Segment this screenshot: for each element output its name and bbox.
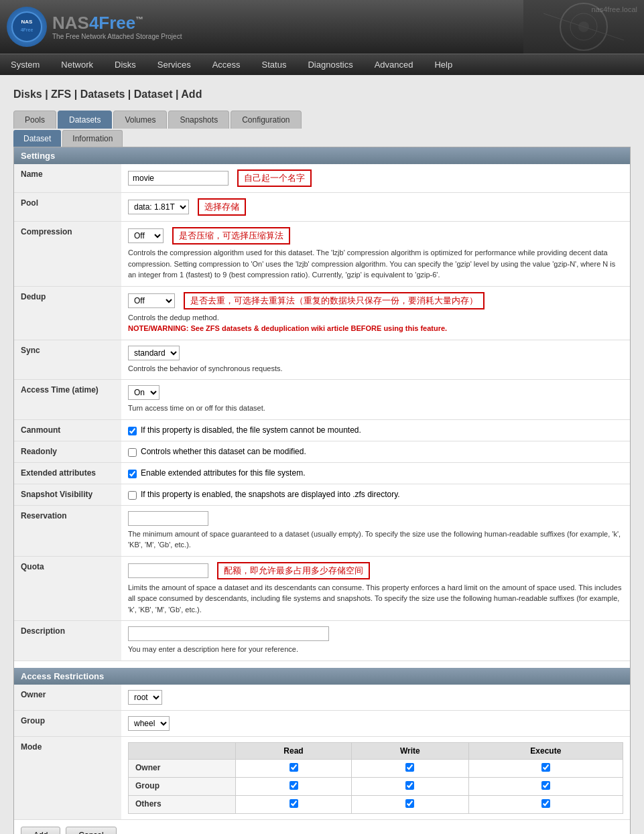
canmount-label: Canmount (14, 419, 121, 441)
row-compression: Compression Off On lzjb gzip 是否压缩，可选择压缩算… (14, 222, 630, 287)
atime-label: Access Time (atime) (14, 380, 121, 420)
reservation-input[interactable] (128, 511, 208, 526)
description-input[interactable] (128, 626, 329, 641)
mode-owner-write (352, 759, 469, 777)
mode-others-label: Others (129, 795, 236, 813)
quota-help: Limits the amount of space a dataset and… (128, 582, 623, 616)
dedup-select[interactable]: Off On verify sha256 (128, 293, 175, 308)
tab-volumes[interactable]: Volumes (113, 111, 167, 129)
tabs-row-1: Pools Datasets Volumes Snapshots Configu… (13, 111, 631, 129)
nav-disks[interactable]: Disks (104, 54, 147, 75)
group-select[interactable]: wheel (128, 716, 170, 731)
row-extended-attr: Extended attributes Enable extended attr… (14, 462, 630, 484)
mode-others-read-checkbox[interactable] (289, 799, 298, 808)
header: NAS 4Free NAS4Free™ The Free Network Att… (0, 0, 644, 54)
cancel-button[interactable]: Cancel (66, 827, 116, 835)
extended-attr-checkbox[interactable] (128, 470, 137, 478)
nav-system[interactable]: System (0, 54, 50, 75)
mode-table: Read Write Execute Owner (128, 742, 623, 814)
quota-input[interactable] (128, 563, 208, 578)
mode-others-execute-checkbox[interactable] (541, 799, 550, 808)
owner-select[interactable]: root (128, 690, 162, 705)
mode-owner-execute (468, 759, 623, 777)
pool-select[interactable]: data: 1.81T (128, 200, 189, 214)
mode-group-execute-checkbox[interactable] (541, 781, 550, 790)
name-cell: 自己起一个名字 (121, 164, 630, 193)
tab-snapshots[interactable]: Snapshots (168, 111, 229, 129)
sync-select[interactable]: standard always disabled (128, 346, 180, 360)
access-header: Access Restrictions (14, 668, 630, 685)
row-sync: Sync standard always disabled Controls t… (14, 340, 630, 380)
quota-annotation: 配额，即允许最多占用多少存储空间 (217, 562, 370, 579)
logo-name: NAS4Free™ (52, 13, 182, 33)
tab-pools[interactable]: Pools (13, 111, 56, 129)
nav-diagnostics[interactable]: Diagnostics (297, 54, 363, 75)
readonly-label: Readonly (14, 441, 121, 462)
readonly-checkbox[interactable] (128, 448, 137, 457)
row-quota: Quota 配额，即允许最多占用多少存储空间 Limits the amount… (14, 556, 630, 621)
sync-help: Controls the behavior of synchronous req… (128, 363, 623, 374)
quota-cell: 配额，即允许最多占用多少存储空间 Limits the amount of sp… (121, 556, 630, 621)
nav-help[interactable]: Help (424, 54, 463, 75)
extended-attr-label: Extended attributes (14, 462, 121, 484)
nav-network[interactable]: Network (50, 54, 104, 75)
nav-services[interactable]: Services (147, 54, 202, 75)
mode-owner-execute-checkbox[interactable] (541, 763, 550, 772)
row-snapshot-vis: Snapshot Visibility If this property is … (14, 484, 630, 505)
sync-label: Sync (14, 340, 121, 380)
snapshot-vis-cell: If this property is enabled, the snapsho… (121, 484, 630, 505)
name-input[interactable] (128, 171, 229, 186)
main-panel: Settings Name 自己起一个名字 Pool data: 1.81T 选… (13, 147, 631, 834)
pool-annotation: 选择存储 (198, 198, 246, 216)
extended-attr-help: Enable extended attributes for this file… (141, 468, 305, 478)
dedup-annotation: 是否去重，可选择去重算法（重复的数据块只保存一份，要消耗大量内存） (184, 292, 485, 309)
tab-dataset[interactable]: Dataset (13, 130, 61, 147)
mode-group-write-checkbox[interactable] (405, 781, 414, 790)
atime-select[interactable]: On Off (128, 385, 159, 400)
tab-configuration[interactable]: Configuration (231, 111, 301, 129)
readonly-help: Controls whether this dataset can be mod… (141, 447, 306, 456)
mode-owner-read-checkbox[interactable] (289, 763, 298, 772)
access-form: Owner root Group wheel Mode (14, 685, 630, 820)
readonly-cell: Controls whether this dataset can be mod… (121, 441, 630, 462)
compression-select[interactable]: Off On lzjb gzip (128, 228, 164, 243)
row-dedup: Dedup Off On verify sha256 是否去重，可选择去重算法（… (14, 286, 630, 340)
tab-information[interactable]: Information (62, 130, 123, 147)
description-help: You may enter a description here for you… (128, 644, 623, 655)
nav-advanced[interactable]: Advanced (364, 54, 424, 75)
mode-group-read-checkbox[interactable] (289, 781, 298, 790)
mode-col-read: Read (236, 742, 352, 759)
add-button[interactable]: Add (21, 827, 60, 835)
logo-subtitle: The Free Network Attached Storage Projec… (52, 33, 182, 40)
tab-datasets[interactable]: Datasets (58, 111, 112, 129)
breadcrumb: Disks | ZFS | Datasets | Dataset | Add (13, 88, 631, 100)
logo-text-area: NAS4Free™ The Free Network Attached Stor… (52, 13, 182, 40)
svg-point-0 (12, 12, 42, 42)
mode-col-execute: Execute (468, 742, 623, 759)
mode-row-group: Group (129, 777, 623, 795)
atime-help: Turn access time on or off for this data… (128, 403, 623, 414)
nav-status[interactable]: Status (251, 54, 298, 75)
svg-text:NAS: NAS (21, 19, 34, 25)
content-area: Disks | ZFS | Datasets | Dataset | Add P… (0, 75, 644, 834)
mode-owner-write-checkbox[interactable] (405, 763, 414, 772)
canmount-checkbox[interactable] (128, 427, 137, 435)
owner-cell: root (121, 685, 630, 711)
snapshot-vis-row: If this property is enabled, the snapsho… (128, 490, 623, 500)
group-cell: wheel (121, 710, 630, 736)
readonly-row: Controls whether this dataset can be mod… (128, 447, 623, 457)
mode-others-write-checkbox[interactable] (405, 799, 414, 808)
mode-cell: Read Write Execute Owner (121, 736, 630, 819)
mode-group-label: Group (129, 777, 236, 795)
mode-group-execute (468, 777, 623, 795)
reservation-cell: The minimum amount of space guaranteed t… (121, 505, 630, 556)
tabs-row-2: Dataset Information (13, 130, 631, 147)
mode-label: Mode (14, 736, 121, 819)
sync-cell: standard always disabled Controls the be… (121, 340, 630, 380)
compression-cell: Off On lzjb gzip 是否压缩，可选择压缩算法 Controls t… (121, 222, 630, 287)
mode-col-entity (129, 742, 236, 759)
mode-others-execute (468, 795, 623, 813)
snapshot-vis-checkbox[interactable] (128, 491, 137, 500)
extended-attr-cell: Enable extended attributes for this file… (121, 462, 630, 484)
nav-access[interactable]: Access (202, 54, 251, 75)
